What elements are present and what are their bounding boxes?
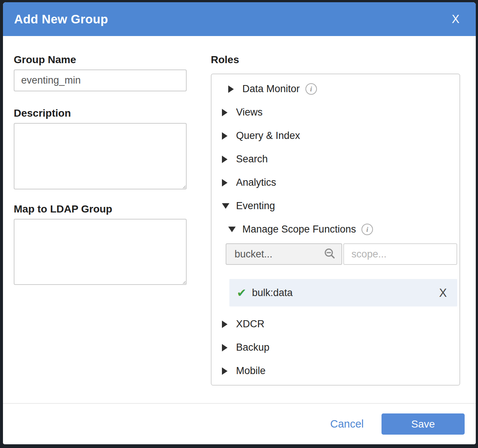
scope-field [343,243,457,265]
cancel-button[interactable]: Cancel [330,418,364,430]
remove-icon[interactable]: X [439,287,447,299]
role-label: Views [236,107,263,118]
role-label: Backup [236,342,269,353]
role-label: Analytics [236,177,276,188]
scope-filter-row [226,243,457,265]
info-icon[interactable]: i [361,224,373,235]
close-icon[interactable]: X [452,13,459,25]
role-label: Eventing [236,200,275,212]
role-label: Data Monitor [242,83,300,95]
search-icon [324,248,336,260]
role-item-mobile[interactable]: Mobile [212,359,459,383]
role-item-backup[interactable]: Backup [212,336,459,359]
role-item-manage-scope-functions[interactable]: Manage Scope Functions i [212,218,459,241]
dialog-footer: Cancel Save [3,403,476,444]
add-new-group-dialog: Add New Group X Group Name Description M… [3,2,476,444]
role-item-views[interactable]: Views [212,101,459,124]
ldap-label: Map to LDAP Group [14,203,187,215]
group-name-label: Group Name [14,53,187,66]
description-textarea[interactable] [14,123,187,189]
caret-down-icon[interactable] [228,227,234,232]
ldap-textarea[interactable] [14,219,187,285]
form-column: Group Name Description Map to LDAP Group [14,53,187,403]
caret-right-icon[interactable] [222,367,228,375]
selected-scope-name: bulk:data [252,287,293,299]
role-label: Query & Index [236,130,300,142]
role-item-eventing[interactable]: Eventing [212,194,459,218]
scope-input[interactable] [344,249,456,260]
dialog-body: Group Name Description Map to LDAP Group… [3,36,476,403]
dialog-header: Add New Group X [3,2,476,36]
selected-scope-row: ✔ bulk:data X [229,279,457,306]
roles-tree-panel: Data Monitor i Views Query & Index Searc… [211,74,460,386]
role-label: XDCR [236,318,265,330]
save-button[interactable]: Save [382,413,465,435]
caret-right-icon[interactable] [222,344,228,351]
dialog-title: Add New Group [14,12,108,26]
caret-right-icon[interactable] [222,156,228,163]
role-label: Mobile [236,365,266,377]
caret-right-icon[interactable] [222,321,228,328]
role-item-analytics[interactable]: Analytics [212,171,459,194]
caret-right-icon[interactable] [222,132,228,140]
role-item-query-index[interactable]: Query & Index [212,124,459,147]
caret-right-icon[interactable] [222,179,228,186]
role-item-search[interactable]: Search [212,147,459,171]
role-item-data-monitor[interactable]: Data Monitor i [212,77,459,101]
bucket-select[interactable] [226,243,342,265]
caret-down-icon[interactable] [222,203,228,209]
bucket-input[interactable] [229,249,324,260]
info-icon[interactable]: i [305,83,317,95]
role-label: Search [236,153,268,165]
check-icon: ✔ [237,287,246,299]
group-name-input[interactable] [14,69,187,91]
role-item-xdcr[interactable]: XDCR [212,312,459,336]
roles-column: Roles Data Monitor i Views Query & Index [211,53,465,403]
role-label: Manage Scope Functions [242,224,356,235]
caret-right-icon[interactable] [228,85,234,93]
caret-right-icon[interactable] [222,109,228,116]
description-label: Description [14,107,187,120]
roles-label: Roles [211,53,465,66]
